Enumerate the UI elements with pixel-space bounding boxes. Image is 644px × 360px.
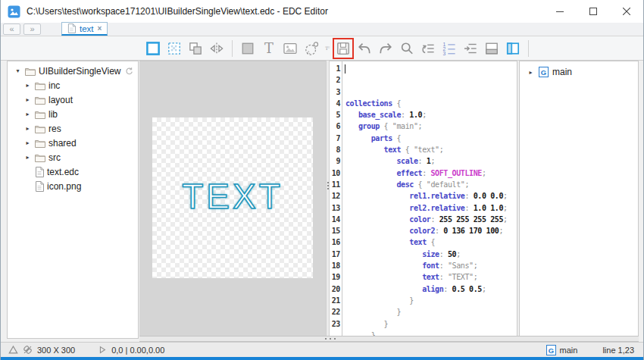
code-line: text: "TEXT"; bbox=[345, 271, 517, 283]
tree-item-label: src bbox=[48, 152, 61, 163]
line-number: 12 bbox=[330, 190, 340, 202]
tree-item-label: text.edc bbox=[47, 167, 79, 177]
text-cursor bbox=[345, 64, 345, 74]
code-line: font: "Sans"; bbox=[345, 260, 517, 271]
line-number: 14 bbox=[330, 214, 340, 225]
expander-icon[interactable]: ▸ bbox=[23, 139, 32, 146]
canvas-size-label: 300 X 300 bbox=[37, 346, 75, 355]
line-number: 10 bbox=[330, 167, 340, 179]
tree-item-label: UIBuilderSingleView bbox=[39, 66, 121, 77]
part-image-tool[interactable] bbox=[282, 40, 299, 57]
tree-item-lib[interactable]: ▸lib bbox=[8, 107, 138, 121]
line-number: 3 bbox=[330, 86, 340, 98]
code-line: } bbox=[345, 318, 517, 330]
tree-item-inc[interactable]: ▸inc bbox=[8, 78, 138, 92]
part-textblock-tool[interactable]: T bbox=[324, 40, 330, 57]
file-browser-toggle-button[interactable] bbox=[505, 40, 521, 57]
expander-icon[interactable]: ▸ bbox=[23, 111, 32, 117]
file-tree-panel: ▾UIBuilderSingleView▸inc▸layout▸lib▸res▸… bbox=[7, 61, 139, 339]
line-number-gutter: 1234567891011121314151617181920212223 bbox=[330, 61, 342, 336]
line-number: 11 bbox=[330, 179, 340, 190]
status-group-label: main bbox=[560, 346, 578, 355]
cursor-position-label: 0,0 | 0.00,0.00 bbox=[111, 346, 164, 355]
duplicate-tool[interactable] bbox=[187, 40, 204, 57]
close-button[interactable] bbox=[610, 0, 643, 23]
mirror-tool[interactable] bbox=[208, 40, 225, 57]
tree-item-label: layout bbox=[48, 95, 73, 105]
tree-item-res[interactable]: ▸res bbox=[8, 121, 138, 136]
expander-icon[interactable]: ▾ bbox=[14, 67, 22, 74]
code-line: color2: 0 136 170 100; bbox=[345, 225, 517, 236]
code-editor[interactable]: collections { base_scale: 1.0; group { "… bbox=[342, 61, 517, 336]
code-line: text { "text"; bbox=[345, 144, 517, 155]
code-line: base_scale: 1.0; bbox=[345, 109, 517, 121]
minimize-button[interactable] bbox=[543, 0, 577, 23]
tree-item-label: icon.png bbox=[47, 181, 81, 192]
expander-icon[interactable]: ▸ bbox=[23, 154, 32, 161]
select-tool[interactable] bbox=[166, 40, 183, 57]
code-line: rel2.relative: 1.0 1.0; bbox=[345, 202, 517, 214]
part-rect-tool[interactable] bbox=[239, 40, 256, 57]
nav-back-button[interactable]: « bbox=[3, 23, 20, 35]
svg-text:3: 3 bbox=[443, 50, 446, 55]
code-line: } bbox=[345, 295, 517, 306]
folder-icon bbox=[35, 110, 45, 119]
tree-item-uibuildersingleview[interactable]: ▾UIBuilderSingleView bbox=[8, 64, 138, 78]
code-line: } bbox=[345, 306, 517, 318]
expander-icon[interactable]: ▸ bbox=[527, 69, 535, 76]
file-icon bbox=[35, 181, 44, 192]
tree-item-shared[interactable]: ▸shared bbox=[8, 136, 138, 150]
line-number: 20 bbox=[330, 283, 340, 295]
tree-item-icon-png[interactable]: icon.png bbox=[8, 179, 138, 193]
nav-forward-button[interactable]: » bbox=[23, 23, 41, 35]
document-icon bbox=[67, 23, 76, 33]
tree-item-src[interactable]: ▸src bbox=[8, 150, 138, 164]
code-line: rel1.relative: 0.0 0.0; bbox=[345, 190, 517, 202]
horizontal-splitter[interactable] bbox=[139, 336, 639, 342]
code-line: } bbox=[345, 330, 517, 336]
expander-icon[interactable]: ▸ bbox=[23, 96, 32, 103]
tree-item-text-edc[interactable]: text.edc bbox=[8, 164, 138, 179]
find-button[interactable] bbox=[399, 40, 415, 57]
code-line: scale: 1; bbox=[345, 155, 517, 167]
title-bar: C:\Users\test\workspace171201\UIBuilderS… bbox=[1, 0, 643, 23]
console-toggle-button[interactable] bbox=[483, 40, 500, 57]
tree-item-label: res bbox=[48, 124, 61, 134]
text-part-preview[interactable]: TEXT bbox=[182, 176, 283, 217]
part-text-tool[interactable]: T bbox=[261, 40, 277, 57]
window-title: C:\Users\test\workspace171201\UIBuilderS… bbox=[27, 6, 328, 17]
warning-icon bbox=[8, 345, 18, 355]
group-tree-item-main[interactable]: ▸Gmain bbox=[520, 65, 638, 79]
tab-close-icon[interactable]: × bbox=[98, 24, 102, 33]
group-icon: G bbox=[546, 345, 556, 355]
folder-icon bbox=[35, 124, 45, 133]
line-number: 1 bbox=[330, 63, 340, 74]
line-number: 18 bbox=[330, 260, 340, 271]
rect-view-tool[interactable] bbox=[145, 40, 161, 57]
part-swallow-tool[interactable] bbox=[303, 40, 320, 57]
expander-icon[interactable]: ▸ bbox=[23, 82, 32, 89]
code-line: align: 0.5 0.5; bbox=[345, 283, 517, 295]
line-number: 23 bbox=[330, 318, 340, 330]
goto-line-button[interactable] bbox=[420, 40, 436, 57]
undo-button[interactable] bbox=[356, 40, 373, 57]
line-numbers-button[interactable]: 123 bbox=[441, 40, 458, 57]
edje-canvas[interactable]: TEXT bbox=[152, 117, 313, 278]
redo-button[interactable] bbox=[377, 40, 394, 57]
tree-item-layout[interactable]: ▸layout bbox=[8, 92, 138, 107]
refresh-icon[interactable] bbox=[124, 67, 133, 76]
line-number: 6 bbox=[330, 121, 340, 132]
expander-icon[interactable]: ▸ bbox=[23, 125, 32, 132]
folder-icon bbox=[25, 67, 36, 76]
code-line: color: 255 255 255 255; bbox=[345, 214, 517, 225]
edc-editor-window: C:\Users\test\workspace171201\UIBuilderS… bbox=[0, 0, 644, 360]
save-button[interactable] bbox=[335, 40, 352, 57]
tab-text[interactable]: text × bbox=[61, 22, 108, 36]
link-off-icon[interactable] bbox=[23, 345, 33, 355]
code-line: text { bbox=[345, 236, 517, 248]
maximize-button[interactable] bbox=[577, 0, 610, 23]
file-icon bbox=[35, 167, 44, 177]
line-number: 13 bbox=[330, 202, 340, 214]
auto-indent-button[interactable] bbox=[462, 40, 479, 57]
line-number: 16 bbox=[330, 236, 340, 248]
